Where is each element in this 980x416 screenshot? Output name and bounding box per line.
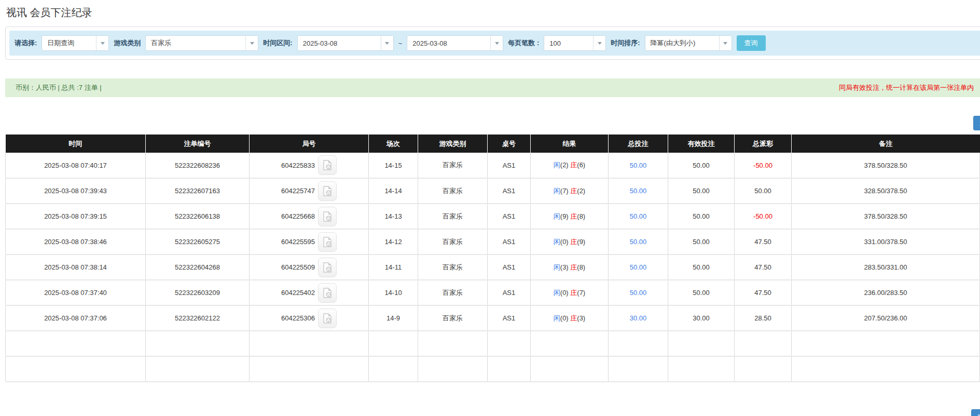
game-type-dropdown[interactable]: 百家乐 <box>145 35 258 51</box>
select-type-dropdown[interactable]: 日期查询 <box>42 35 109 51</box>
cell-payout: 47.50 <box>735 254 792 280</box>
result-player: 闲 <box>554 238 560 246</box>
result-score: (0) <box>560 314 571 322</box>
cell-result: 闲(0) 庄(7) <box>531 280 609 305</box>
result-player: 闲 <box>554 263 560 271</box>
summary-bar: 币别：人民币 | 总共 :7 注单 | 同局有效投注，统一计算在该局第一张注单内 <box>5 78 980 97</box>
round-id-text: 604225509 <box>281 263 315 271</box>
cell-session: 14-12 <box>369 229 418 254</box>
page-size-value: 100 <box>544 36 593 50</box>
result-score: (3) <box>577 314 585 322</box>
total-value <box>418 331 488 356</box>
total-label: 总计 <box>6 356 146 382</box>
column-header: 总投注 <box>609 135 668 153</box>
video-replay-button[interactable] <box>318 283 337 303</box>
video-record-icon <box>323 160 332 170</box>
total-value: 121.00 <box>735 331 792 356</box>
select-type-value: 日期查询 <box>42 36 96 50</box>
total-value: 330.00 <box>609 356 668 382</box>
column-header: 时间 <box>6 135 146 153</box>
page-1-button[interactable]: 1 <box>971 409 980 416</box>
currency-summary-text: 币别：人民币 | 总共 :7 注单 | <box>16 83 102 92</box>
pagination-bottom: 1 <box>0 409 980 416</box>
search-button[interactable]: 查询 <box>737 35 766 51</box>
subtotal-row: 小计7330.00330.00121.00 <box>6 331 980 356</box>
cell-bet-id: 522322603209 <box>146 280 250 305</box>
video-replay-button[interactable] <box>318 155 337 175</box>
video-replay-button[interactable] <box>318 308 337 328</box>
cell-total-bet: 50.00 <box>609 254 668 280</box>
game-type-value: 百家乐 <box>146 36 245 50</box>
cell-time: 2025-03-08 07:37:40 <box>6 280 146 305</box>
result-score: (6) <box>577 161 585 169</box>
cell-payout: -50.00 <box>735 204 792 229</box>
column-header: 有效投注 <box>668 135 735 153</box>
cell-bet-id: 522322606138 <box>146 204 250 229</box>
cell-table-no: AS1 <box>488 153 531 178</box>
cell-round-id: 604225668 <box>250 204 369 229</box>
total-value <box>250 331 369 356</box>
cell-total-bet: 50.00 <box>609 204 668 229</box>
cell-time: 2025-03-08 07:38:46 <box>6 229 146 254</box>
cell-table-no: AS1 <box>488 204 531 229</box>
cell-session: 14-9 <box>369 305 418 331</box>
date-to-picker[interactable]: 2025-03-08 <box>407 35 503 51</box>
cell-game-type: 百家乐 <box>418 305 488 331</box>
cell-round-id: 604225509 <box>250 254 369 280</box>
page-1-button[interactable]: 1 <box>973 116 980 130</box>
video-record-icon <box>323 262 332 273</box>
page-size-dropdown[interactable]: 100 <box>544 35 606 51</box>
round-id-text: 604225402 <box>281 289 315 297</box>
column-header: 备注 <box>792 135 980 153</box>
total-value <box>488 356 531 382</box>
video-replay-button[interactable] <box>318 181 337 201</box>
result-score: (3) <box>560 263 571 271</box>
table-header-row: 时间注单编号局号场次游戏类别桌号结果总投注有效投注总派彩备注 <box>6 135 980 153</box>
date-from-picker[interactable]: 2025-03-08 <box>297 35 394 51</box>
round-id-text: 604225747 <box>281 187 315 195</box>
page-title: 视讯 会员下注纪录 <box>0 0 980 20</box>
cell-session: 14-10 <box>369 280 418 305</box>
cell-total-bet: 50.00 <box>609 153 668 178</box>
total-value: 330.00 <box>668 356 735 382</box>
result-banker: 庄 <box>570 161 577 169</box>
cell-game-type: 百家乐 <box>418 280 488 305</box>
total-label: 小计 <box>6 331 146 356</box>
valid-bet-notice: 同局有效投注，统一计算在该局第一张注单内 <box>839 83 974 92</box>
sort-order-dropdown[interactable]: 降冪(由大到小) <box>645 35 732 51</box>
cell-time: 2025-03-08 07:38:14 <box>6 254 146 280</box>
result-player: 闲 <box>554 289 560 297</box>
video-replay-button[interactable] <box>318 232 337 252</box>
total-value <box>369 356 418 382</box>
cell-round-id: 604225833 <box>250 153 369 178</box>
cell-result: 闲(2) 庄(6) <box>531 153 609 178</box>
cell-remark: 328.50/378.50 <box>792 178 980 204</box>
cell-valid-bet: 50.00 <box>668 178 735 204</box>
result-score: (2) <box>560 161 571 169</box>
result-banker: 庄 <box>570 238 577 246</box>
chevron-down-icon <box>719 36 731 50</box>
column-header: 局号 <box>250 135 369 153</box>
column-header: 场次 <box>369 135 418 153</box>
select-type-label: 请选择: <box>15 38 37 48</box>
video-record-icon <box>323 211 332 222</box>
table-row: 2025-03-08 07:39:43522322607163604225747… <box>6 178 980 204</box>
cell-round-id: 604225747 <box>250 178 369 204</box>
column-header: 注单编号 <box>146 135 250 153</box>
video-record-icon <box>323 186 332 196</box>
cell-game-type: 百家乐 <box>418 229 488 254</box>
cell-bet-id: 522322608236 <box>146 153 250 178</box>
cell-round-id: 604225595 <box>250 229 369 254</box>
cell-bet-id: 522322605275 <box>146 229 250 254</box>
cell-time: 2025-03-08 07:37:06 <box>6 305 146 331</box>
video-replay-button[interactable] <box>318 207 337 226</box>
cell-table-no: AS1 <box>488 305 531 331</box>
total-value <box>369 331 418 356</box>
game-type-label: 游戏类别 <box>114 38 141 48</box>
video-replay-button[interactable] <box>318 258 337 277</box>
filter-bar: 请选择: 日期查询 游戏类别 百家乐 时间区间: 2025-03-08 ~ 20… <box>9 31 980 56</box>
cell-valid-bet: 50.00 <box>668 229 735 254</box>
cell-remark: 378.50/328.50 <box>792 153 980 178</box>
cell-total-bet: 50.00 <box>609 178 668 204</box>
cell-remark: 283.50/331.00 <box>792 254 980 280</box>
